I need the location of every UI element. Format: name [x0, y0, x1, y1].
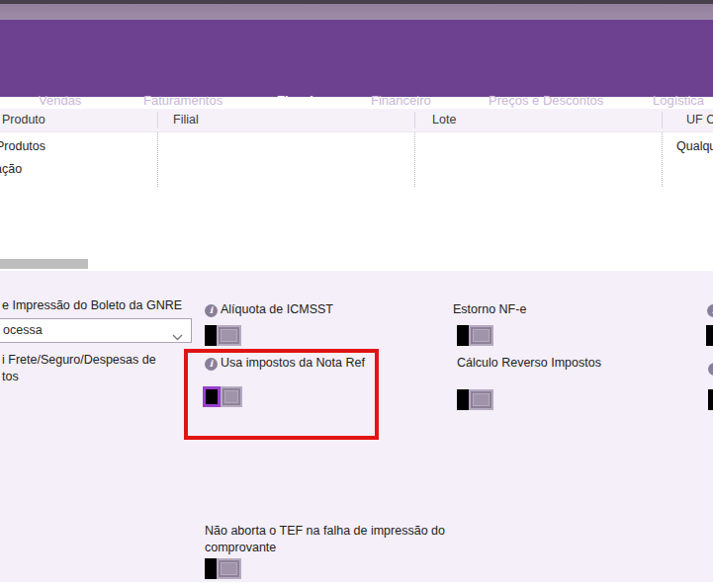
- frete-label-line1: i Frete/Seguro/Despesas de: [2, 353, 156, 367]
- frete-label-line2: tos: [2, 370, 19, 383]
- column-divider-dotted: [157, 132, 158, 187]
- toggle-calculo-reverso[interactable]: [457, 389, 493, 410]
- toggle-knob: [457, 325, 469, 346]
- gnre-dropdown-value: ocessa: [3, 319, 43, 342]
- filter-column-header-produto: Produto: [2, 109, 45, 131]
- toggle-knob: [706, 325, 713, 346]
- toggle-track: [217, 325, 241, 346]
- toggle-track: [217, 558, 241, 579]
- main-nav: Vendas Faturamentos Fiscal Financeiro Pr…: [0, 20, 713, 97]
- tab-logistica[interactable]: Logística: [653, 93, 704, 108]
- tab-financeiro[interactable]: Financeiro: [371, 93, 431, 108]
- toggle-estorno-nfe[interactable]: [457, 325, 493, 346]
- scrollbar-thumb[interactable]: [0, 259, 88, 269]
- info-icon-clipped[interactable]: [708, 363, 713, 376]
- column-divider-dotted: [414, 132, 415, 187]
- tef-label-line1: Não aborta o TEF na falha de impressão d…: [205, 524, 445, 538]
- filter-value-produto[interactable]: Produtos: [0, 139, 45, 153]
- filter-value-uf[interactable]: Qualqu: [676, 139, 713, 153]
- info-icon[interactable]: [205, 304, 218, 317]
- column-divider: [157, 112, 158, 128]
- filter-value-produto2[interactable]: ação: [0, 162, 22, 176]
- filter-body-row: Produtos ação Qualqu: [0, 132, 713, 187]
- app-window: Vendas Faturamentos Fiscal Financeiro Pr…: [0, 0, 713, 588]
- tab-faturamentos[interactable]: Faturamentos: [143, 93, 223, 108]
- toggle-knob: [708, 389, 713, 410]
- info-icon-clipped[interactable]: [707, 304, 713, 317]
- toggle-track: [469, 325, 493, 346]
- toggle-clipped[interactable]: [706, 325, 713, 346]
- filter-header-row: Produto Filial Lote UF C: [0, 109, 713, 132]
- gnre-dropdown[interactable]: ocessa: [0, 318, 192, 343]
- filter-column-header-lote: Lote: [432, 109, 456, 131]
- column-divider: [414, 112, 415, 128]
- toggle-nao-aborta-tef[interactable]: [205, 558, 241, 579]
- toggle-track: [469, 389, 493, 410]
- toggle-clipped[interactable]: [708, 389, 713, 410]
- filter-column-header-uf: UF C: [686, 109, 713, 131]
- tab-precos-e-descontos[interactable]: Preços e Descontos: [489, 93, 603, 108]
- window-chrome-bar: [0, 4, 713, 20]
- filter-column-header-filial: Filial: [173, 109, 199, 131]
- toggle-aliquota-icmsst[interactable]: [205, 325, 241, 346]
- tab-vendas[interactable]: Vendas: [39, 93, 81, 108]
- tef-label-line2: comprovante: [205, 541, 276, 554]
- toggle-knob: [205, 558, 217, 579]
- column-divider-dotted: [662, 132, 663, 187]
- column-divider: [662, 112, 663, 128]
- chevron-down-icon: [172, 327, 183, 345]
- estorno-nfe-label: Estorno NF-e: [453, 302, 526, 316]
- toggle-knob: [457, 389, 469, 410]
- gnre-label: e Impressão do Boleto da GNRE: [2, 298, 182, 312]
- tab-fiscal[interactable]: Fiscal: [277, 93, 313, 108]
- toggle-knob: [205, 325, 217, 346]
- highlight-box: [184, 349, 379, 440]
- calculo-reverso-label: Cálculo Reverso Impostos: [457, 356, 601, 370]
- aliquota-icmsst-label: Alíquota de ICMSST: [221, 302, 333, 316]
